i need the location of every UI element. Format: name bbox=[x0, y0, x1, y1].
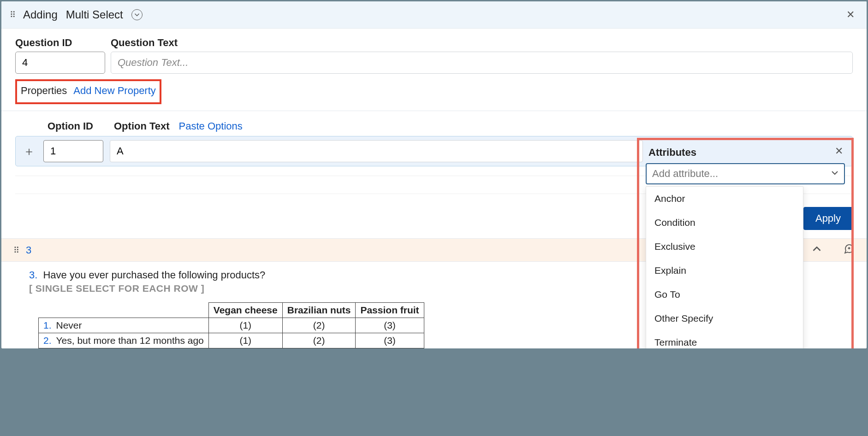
properties-label: Properties bbox=[21, 85, 67, 97]
drag-handle-icon[interactable]: ⠿ bbox=[10, 10, 15, 20]
table-row: 1. Never (1) (2) (3) bbox=[39, 318, 424, 333]
question-title-number: 3. bbox=[29, 269, 37, 281]
row-number: 2. bbox=[39, 333, 52, 348]
add-option-icon[interactable]: ＋ bbox=[21, 143, 37, 159]
question-text-label: Question Text bbox=[111, 37, 853, 49]
column-header: Vegan cheese bbox=[208, 303, 282, 318]
cell[interactable]: (3) bbox=[356, 318, 424, 333]
attribute-option-anchor[interactable]: Anchor bbox=[646, 187, 803, 211]
add-property-link[interactable]: Add New Property bbox=[73, 85, 156, 97]
question-grid: Vegan cheese Brazilian nuts Passion frui… bbox=[38, 302, 424, 348]
question-id-input[interactable] bbox=[15, 52, 105, 74]
option-text-input[interactable] bbox=[110, 140, 643, 162]
chevron-down-icon bbox=[831, 169, 838, 179]
attribute-option-terminate[interactable]: Terminate bbox=[646, 330, 803, 348]
close-icon[interactable]: ✕ bbox=[843, 7, 858, 23]
mode-label: Adding bbox=[23, 8, 58, 21]
cell[interactable]: (2) bbox=[282, 333, 356, 348]
question-id-label: Question ID bbox=[15, 37, 105, 49]
cell[interactable]: (1) bbox=[208, 333, 282, 348]
question-text-group: Question Text bbox=[111, 37, 853, 74]
option-id-label: Option ID bbox=[48, 120, 107, 132]
attribute-option-other-specify[interactable]: Other Specify bbox=[646, 306, 803, 330]
properties-row: Properties Add New Property bbox=[15, 79, 161, 104]
paste-options-link[interactable]: Paste Options bbox=[179, 120, 243, 132]
drag-handle-icon[interactable]: ⠿ bbox=[13, 245, 18, 255]
question-id-group: Question ID bbox=[15, 37, 105, 74]
editor-frame: ⠿ Adding Multi Select ✕ Question ID Ques… bbox=[1, 1, 867, 348]
attributes-label: Attributes bbox=[648, 147, 845, 159]
question-title-text: Have you ever purchased the following pr… bbox=[43, 269, 265, 281]
option-text-label: Option Text bbox=[114, 120, 170, 132]
options-header: Option ID Option Text Paste Options bbox=[15, 120, 853, 132]
attribute-option-goto[interactable]: Go To bbox=[646, 283, 803, 306]
column-header: Brazilian nuts bbox=[282, 303, 356, 318]
row-label: Never bbox=[52, 318, 209, 333]
question-number-link[interactable]: 3 bbox=[26, 244, 31, 256]
attributes-placeholder: Add attribute... bbox=[652, 168, 718, 180]
panel-header: ⠿ Adding Multi Select ✕ bbox=[1, 1, 867, 29]
table-header-row: Vegan cheese Brazilian nuts Passion frui… bbox=[39, 303, 424, 318]
attributes-dropdown: Anchor Condition Exclusive Explain Go To… bbox=[646, 186, 803, 348]
attribute-option-explain[interactable]: Explain bbox=[646, 259, 803, 283]
cell[interactable]: (3) bbox=[356, 333, 424, 348]
attributes-panel: Attributes Add attribute... Anchor Condi… bbox=[637, 138, 854, 348]
option-id-input[interactable] bbox=[43, 140, 103, 162]
attribute-option-exclusive[interactable]: Exclusive bbox=[646, 235, 803, 259]
question-type-label: Multi Select bbox=[66, 8, 123, 21]
question-fields-row: Question ID Question Text bbox=[15, 37, 853, 74]
type-dropdown-icon[interactable] bbox=[131, 9, 143, 20]
attribute-option-condition[interactable]: Condition bbox=[646, 211, 803, 235]
table-row: 2. Yes, but more than 12 months ago (1) … bbox=[39, 333, 424, 348]
cell[interactable]: (1) bbox=[208, 318, 282, 333]
panel-body: Question ID Question Text Properties Add… bbox=[1, 29, 867, 194]
divider bbox=[1, 111, 867, 111]
row-number: 1. bbox=[39, 318, 52, 333]
question-text-input[interactable] bbox=[111, 52, 853, 74]
attributes-combobox[interactable]: Add attribute... bbox=[646, 163, 845, 184]
cell[interactable]: (2) bbox=[282, 318, 356, 333]
column-header: Passion fruit bbox=[356, 303, 424, 318]
row-label: Yes, but more than 12 months ago bbox=[52, 333, 209, 348]
